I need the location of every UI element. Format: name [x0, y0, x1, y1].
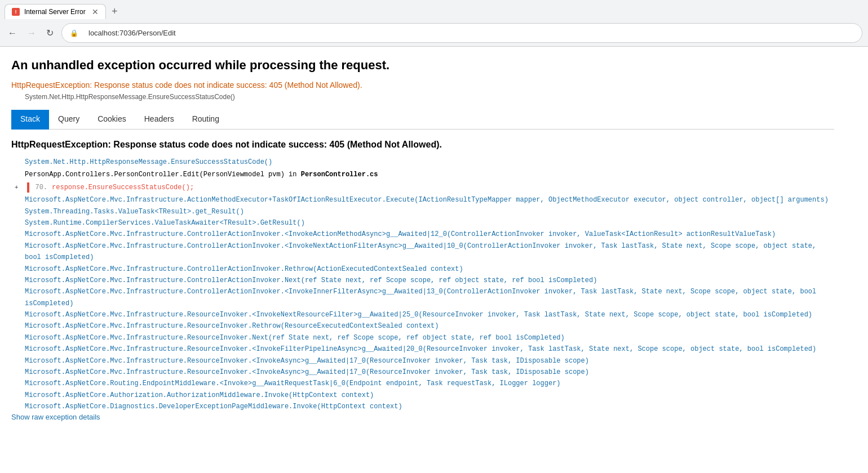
stack-line-special: PersonApp.Controllers.PersonController.E…	[11, 169, 834, 180]
stack-code-line: + 70. response.EnsureSuccessStatusCode()…	[11, 182, 834, 193]
stack-line-text: PersonApp.Controllers.PersonController.E…	[25, 169, 378, 180]
filename: PersonController.cs	[301, 171, 378, 179]
tab-close-button[interactable]: ✕	[92, 8, 99, 16]
stack-line: Microsoft.AspNetCore.Diagnostics.Develop…	[11, 401, 834, 412]
refresh-button[interactable]: ↻	[44, 26, 56, 39]
exception-text: HttpRequestException: Response status co…	[11, 81, 362, 90]
tab-error-icon: !	[12, 8, 20, 16]
forward-button[interactable]: →	[25, 27, 38, 39]
line-number: 70.	[35, 182, 47, 193]
stack-method-line: System.Net.Http.HttpResponseMessage.Ensu…	[25, 93, 834, 101]
stack-line: Microsoft.AspNetCore.Authorization.Autho…	[11, 390, 834, 401]
stack-line: Microsoft.AspNetCore.Mvc.Infrastructure.…	[11, 320, 834, 332]
stack-line: Microsoft.AspNetCore.Mvc.Infrastructure.…	[11, 355, 834, 367]
stack-line: Microsoft.AspNetCore.Routing.EndpointMid…	[11, 378, 834, 389]
page-content: An unhandled exception occurred while pr…	[0, 47, 845, 432]
stack-line: Microsoft.AspNetCore.Mvc.Infrastructure.…	[11, 194, 834, 206]
stack-line: Microsoft.AspNetCore.Mvc.Infrastructure.…	[11, 332, 834, 343]
stack-line: Microsoft.AspNetCore.Mvc.Infrastructure.…	[11, 286, 834, 309]
active-tab: ! Internal Server Error ✕	[5, 4, 106, 19]
stack-line: System.Net.Http.HttpResponseMessage.Ensu…	[11, 157, 834, 168]
tab-cookies[interactable]: Cookies	[88, 110, 135, 130]
tab-query[interactable]: Query	[49, 110, 88, 130]
lock-icon: 🔒	[70, 29, 78, 37]
stack-line: Microsoft.AspNetCore.Mvc.Infrastructure.…	[11, 343, 834, 355]
stack-line: Microsoft.AspNetCore.Mvc.Infrastructure.…	[11, 309, 834, 320]
url-bar[interactable]	[81, 26, 854, 40]
stack-line: Microsoft.AspNetCore.Mvc.Infrastructure.…	[11, 264, 834, 275]
expand-button[interactable]: +	[11, 182, 21, 193]
stack-line: System.Threading.Tasks.ValueTask<TResult…	[11, 206, 834, 217]
main-error-heading: An unhandled exception occurred while pr…	[11, 58, 834, 73]
stack-section: HttpRequestException: Response status co…	[11, 140, 834, 413]
browser-chrome: ! Internal Server Error ✕ + ← → ↻ 🔒	[0, 0, 868, 47]
stack-line: System.Runtime.CompilerServices.ValueTas…	[11, 217, 834, 229]
tab-routing[interactable]: Routing	[183, 110, 228, 130]
red-indicator	[27, 182, 29, 193]
tab-headers[interactable]: Headers	[135, 110, 183, 130]
section-tabs: Stack Query Cookies Headers Routing	[11, 110, 834, 130]
back-button[interactable]: ←	[6, 27, 19, 39]
stack-line: Microsoft.AspNetCore.Mvc.Infrastructure.…	[11, 240, 834, 264]
stack-trace: System.Net.Http.HttpResponseMessage.Ensu…	[11, 157, 834, 413]
tab-stack[interactable]: Stack	[11, 110, 49, 130]
stack-line: Microsoft.AspNetCore.Mvc.Infrastructure.…	[11, 367, 834, 378]
new-tab-button[interactable]: +	[107, 3, 122, 20]
stack-line: Microsoft.AspNetCore.Mvc.Infrastructure.…	[11, 275, 834, 286]
tab-bar: ! Internal Server Error ✕ +	[0, 0, 868, 20]
code-line: 70. response.EnsureSuccessStatusCode();	[21, 182, 194, 193]
tab-title: Internal Server Error	[24, 8, 87, 16]
code-text: response.EnsureSuccessStatusCode();	[52, 182, 194, 193]
stack-line: Microsoft.AspNetCore.Mvc.Infrastructure.…	[11, 229, 834, 240]
stack-section-heading: HttpRequestException: Response status co…	[11, 140, 834, 150]
address-bar: ← → ↻ 🔒	[0, 20, 868, 46]
show-raw-link[interactable]: Show raw exception details	[11, 413, 100, 421]
exception-type-line: HttpRequestException: Response status co…	[11, 81, 834, 90]
